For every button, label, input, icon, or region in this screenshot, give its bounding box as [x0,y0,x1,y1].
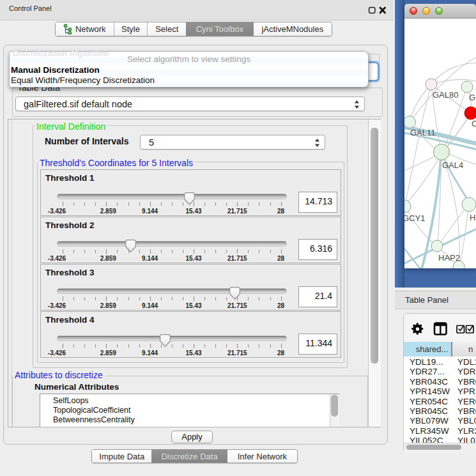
svg-text:HAP2: HAP2 [438,253,460,263]
svg-text:GAL11: GAL11 [410,128,436,137]
svg-text:GAL4: GAL4 [442,160,463,170]
svg-text:C: C [472,119,476,128]
svg-text:GAL80: GAL80 [433,90,458,100]
svg-text:GCY1: GCY1 [404,213,425,223]
svg-text:G: G [469,93,475,102]
svg-text:H: H [470,213,475,222]
